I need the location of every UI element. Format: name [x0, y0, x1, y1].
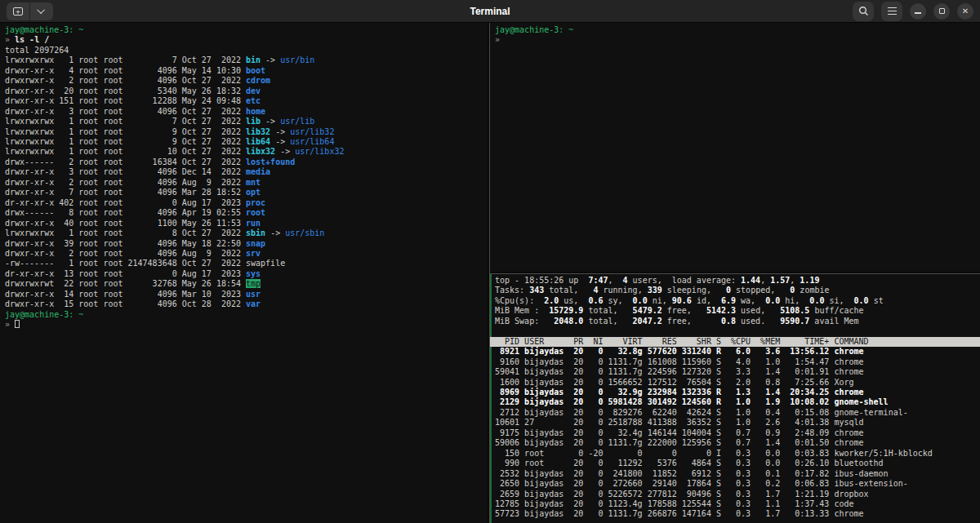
top-summary-line: Tasks: 343 total, 4 running, 339 sleepin… [490, 286, 980, 295]
ls-entry-name: home [246, 107, 265, 116]
process-row: 1600 bijaydas 20 0 1566652 127512 76504 … [490, 378, 980, 388]
ls-entry-name: mnt [246, 178, 261, 187]
ls-entry-name: boot [246, 66, 265, 75]
ls-entry-meta: lrwxrwxrwx 1 root root 10 Oct 27 2022 [5, 147, 246, 156]
ls-entry-row: drwxr-xr-x 3 root root 4096 Dec 14 2022 … [0, 167, 488, 177]
restore-icon [939, 8, 945, 14]
prompt-cwd: ~ [78, 310, 83, 319]
ls-entry-row: drwxr-xr-x 39 root root 4096 May 18 22:5… [0, 239, 488, 249]
ls-entry-row: dr-xr-xr-x 402 root root 0 Aug 17 2023 p… [0, 198, 488, 208]
menu-button[interactable] [881, 2, 902, 21]
prompt-char: » [495, 35, 500, 44]
bottom-right-terminal-pane[interactable]: top - 18:55:26 up 7:47, 4 users, load av… [490, 274, 980, 523]
minimize-icon [915, 12, 921, 14]
ls-entry-name: sbin [246, 228, 265, 237]
ls-entry-name: proc [246, 198, 265, 207]
ls-entry-meta: drwxr-xr-x 15 root root 4096 Oct 28 2022 [5, 299, 246, 308]
process-row: 2650 bijaydas 20 0 272660 29140 17864 S … [490, 479, 980, 489]
ls-entry-meta: drwxr-xr-x 40 root root 1100 May 26 11:5… [5, 219, 246, 228]
ls-entry-name: cdrom [246, 76, 270, 85]
ls-entry-meta: drwxr-xr-x 39 root root 4096 May 18 22:5… [5, 239, 246, 248]
ls-entry-meta: lrwxrwxrwx 1 root root 7 Oct 27 2022 [5, 117, 246, 126]
ls-total-line: total 2097264 [0, 46, 488, 55]
prompt-cwd: ~ [78, 25, 83, 34]
ls-entry-name: lib [246, 117, 261, 126]
process-row: 9160 bijaydas 20 0 1131.7g 161008 115960… [490, 357, 980, 367]
ls-entry-row: dr-xr-xr-x 13 root root 0 Aug 17 2023 sy… [0, 269, 488, 279]
minimize-button[interactable] [910, 3, 926, 20]
ls-entry-meta: drwxrwxr-x 2 root root 4096 Oct 27 2022 [5, 76, 246, 85]
typed-command: ls -l / [15, 35, 49, 44]
ls-entry-row: lrwxrwxrwx 1 root root 10 Oct 27 2022 li… [0, 147, 488, 157]
symlink-arrow: -> [275, 147, 295, 156]
symlink-arrow: -> [261, 55, 280, 64]
ls-entry-name: run [246, 219, 261, 228]
shell-prompt-line: jay@machine-3: ~ [0, 25, 488, 35]
terminal-window: + Terminal ✕ [0, 0, 980, 523]
search-button[interactable] [853, 2, 874, 21]
process-row: 2532 bijaydas 20 0 241800 11852 6912 S 0… [490, 469, 980, 479]
ls-entry-name: dev [246, 86, 261, 95]
symlink-arrow: -> [270, 127, 290, 136]
close-button[interactable]: ✕ [957, 3, 973, 20]
ls-entry-meta: lrwxrwxrwx 1 root root 9 Oct 27 2022 [5, 127, 246, 136]
ls-entry-row: drwxr-xr-x 20 root root 5340 May 26 18:3… [0, 86, 488, 96]
ls-entry-name: bin [246, 55, 261, 64]
ls-entry-name: lost+found [246, 157, 295, 166]
process-row: 10601 27 20 0 2518788 411388 36352 S 1.0… [490, 418, 980, 428]
close-icon: ✕ [962, 7, 969, 16]
ls-entry-meta: drwxr-xr-x 2 root root 4096 Aug 9 2022 [5, 178, 246, 187]
process-row: 57723 bijaydas 20 0 1131.7g 266876 14716… [490, 509, 980, 519]
ls-entry-name: libx32 [246, 147, 275, 156]
hamburger-menu-icon [888, 7, 897, 16]
ls-entry-name: lib64 [246, 137, 270, 146]
ls-entry-name: opt [246, 188, 261, 197]
ls-entry-row: drwxr-xr-x 4 root root 4096 May 14 10:30… [0, 66, 488, 76]
ls-entry-row: -rw------- 1 root root 2147483648 Oct 27… [0, 259, 488, 268]
prompt-user-host: jay@machine-3: [495, 25, 564, 34]
ls-entry-row: drwx------ 8 root root 4096 Apr 19 02:55… [0, 208, 488, 218]
ls-entry-row: lrwxrwxrwx 1 root root 7 Oct 27 2022 lib… [0, 117, 488, 126]
ls-entry-row: lrwxrwxrwx 1 root root 8 Oct 27 2022 sbi… [0, 228, 488, 238]
ls-entry-name: var [246, 299, 261, 308]
right-pane-column: jay@machine-3: ~» top - 18:55:26 up 7:47… [490, 23, 980, 523]
left-terminal-pane[interactable]: jay@machine-3: ~» ls -l /total 2097264lr… [0, 23, 488, 523]
ls-entry-row: drwxrwxrwt 22 root root 32768 May 26 18:… [0, 279, 488, 289]
shell-prompt-line: jay@machine-3: ~ [490, 25, 980, 35]
top-summary-line: MiB Swap: 2048.0 total, 2047.2 free, 0.8… [490, 317, 980, 326]
ls-entry-meta: drwxr-xr-x 7 root root 4096 Mar 28 18:52 [5, 188, 246, 197]
symlink-arrow: -> [261, 117, 280, 126]
prompt-cwd: ~ [568, 25, 573, 34]
top-summary-line: %Cpu(s): 2.0 us, 0.6 sy, 0.0 ni, 90.6 id… [490, 296, 980, 306]
process-row: 9175 bijaydas 20 0 32.4g 146144 104004 S… [490, 428, 980, 438]
restore-button[interactable] [933, 3, 950, 20]
symlink-arrow: -> [270, 137, 290, 146]
ls-entry-row: lrwxrwxrwx 1 root root 7 Oct 27 2022 bin… [0, 55, 488, 65]
ls-entry-name: lib32 [246, 127, 270, 136]
top-right-terminal-pane[interactable]: jay@machine-3: ~» [490, 23, 980, 272]
ls-entry-name: srv [246, 249, 261, 258]
ls-entry-row: drwxr-xr-x 40 root root 1100 May 26 11:5… [0, 219, 488, 228]
symlink-target: usr/libx32 [295, 147, 344, 156]
process-row: 2712 bijaydas 20 0 829276 62240 42624 S … [490, 408, 980, 418]
ls-entry-row: lrwxrwxrwx 1 root root 9 Oct 27 2022 lib… [0, 127, 488, 137]
tab-dropdown-button[interactable] [30, 2, 53, 20]
process-row: 59041 bijaydas 20 0 1131.7g 224596 12732… [490, 367, 980, 377]
prompt-user-host: jay@machine-3: [5, 310, 74, 319]
ls-entry-meta: drwxr-xr-x 3 root root 4096 Oct 27 2022 [5, 107, 246, 116]
ls-entry-row: lrwxrwxrwx 1 root root 9 Oct 27 2022 lib… [0, 137, 488, 147]
ls-entry-meta: drwx------ 2 root root 16384 Oct 27 2022 [5, 157, 246, 166]
ls-entry-meta: lrwxrwxrwx 1 root root 7 Oct 27 2022 [5, 55, 246, 64]
process-row: 990 root 20 0 11292 5376 4864 S 0.3 0.0 … [490, 459, 980, 468]
ls-entry-name: swapfile [246, 259, 285, 268]
ls-entry-name: etc [246, 96, 261, 105]
chevron-down-icon [37, 6, 45, 14]
ls-entry-row: drwxr-xr-x 151 root root 12288 May 24 09… [0, 96, 488, 106]
ls-entry-meta: drwxr-xr-x 3 root root 4096 Dec 14 2022 [5, 167, 246, 176]
new-tab-button[interactable]: + [7, 2, 29, 20]
ls-entry-name: root [246, 208, 265, 217]
symlink-target: usr/lib [280, 117, 314, 126]
titlebar: + Terminal ✕ [0, 0, 980, 23]
ls-entry-meta: dr-xr-xr-x 13 root root 0 Aug 17 2023 [5, 269, 246, 278]
process-row: 8969 bijaydas 20 0 32.9g 232984 132336 R… [490, 388, 980, 397]
